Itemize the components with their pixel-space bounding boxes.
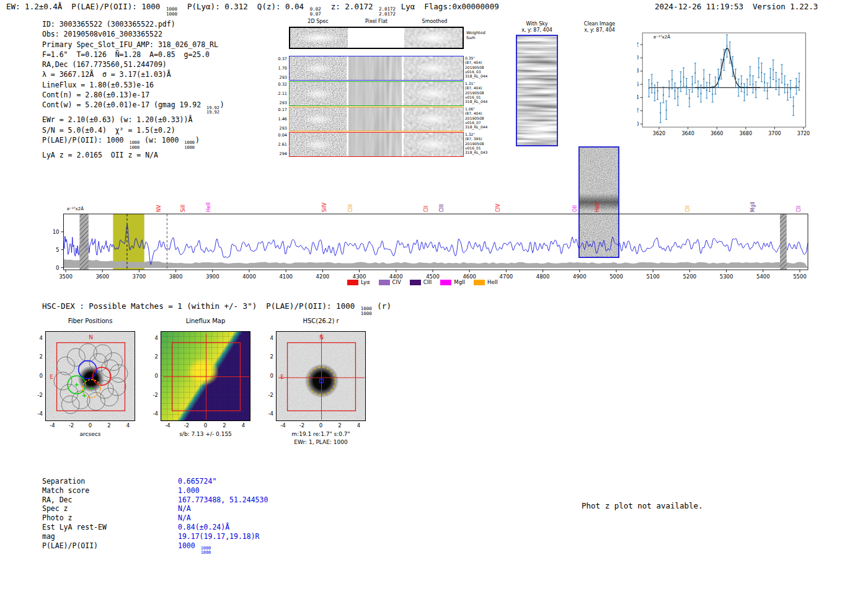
line-id-label: CIII (348, 204, 353, 212)
x-tick-label: 0 (84, 422, 97, 429)
emission-blob (302, 88, 334, 100)
legend-item: CIII (410, 279, 432, 285)
axis-label: s/b: 7.13 +/- 0.155 (161, 431, 250, 437)
emission-blob (412, 87, 454, 101)
noise-image (348, 56, 402, 80)
clean-coords: x, y: 87, 404 (572, 27, 627, 33)
fiber-circle-highlight (79, 361, 97, 379)
tick-label: 3800 (169, 273, 183, 280)
tick-label: 5100 (646, 273, 660, 280)
row-stat: 293 (274, 75, 287, 80)
x-tick-label: 4 (353, 422, 365, 429)
fiber-smoothed-image (404, 107, 463, 131)
info-line: EWr = 2.10(±0.63) (w: 1.20(±0.33))Å (42, 115, 224, 125)
spectrum-line (63, 224, 808, 264)
plot-frame (63, 214, 808, 270)
tick-label: 4800 (536, 273, 550, 280)
match-label: Separation (42, 477, 178, 486)
tick-label: 4700 (500, 273, 513, 280)
fiber-image: NE (45, 331, 135, 421)
data-point (654, 92, 655, 94)
line-id-label: SiIV (322, 203, 327, 212)
y-tick-label: 0 (260, 373, 273, 379)
gaussian-fit (695, 48, 760, 88)
line-id-label: CIII (439, 204, 445, 212)
data-point (703, 78, 704, 79)
spec2d-row: 0.042.61294 1.32"(87, 395)20190508v016_0… (289, 132, 464, 157)
tick-label: 5000 (609, 273, 623, 280)
data-point (778, 86, 779, 87)
spec2d-row: 0.322.11293 1.31"(87, 404)20190508v016_0… (289, 81, 464, 106)
match-row: Est LyA rest-EW 0.84(±0.24)Å (42, 523, 268, 532)
legend-swatch (347, 280, 358, 285)
line-id-label: CII (685, 206, 691, 212)
weighted-flat-blank (350, 28, 402, 48)
match-label: Photo z (42, 513, 178, 523)
row-stat: 0.04 (274, 133, 287, 138)
y-tick-label: 2 (145, 353, 158, 360)
y-tick-label: 0 (30, 373, 43, 379)
x-tick-label: -2 (296, 422, 308, 429)
row-meta-line: v016_03 (465, 69, 496, 74)
cutout-fiber-positions: Fiber Positions NE arcsecs -4-4-2-200224… (25, 318, 156, 448)
data-point (799, 81, 800, 82)
data-point (773, 69, 774, 70)
row-meta-line: 0.35" (465, 56, 496, 60)
masked-band-hatch (780, 214, 787, 270)
info-line: LyA z = 2.0165 OII z = N/A (42, 150, 224, 160)
row-meta-line: v016_07 (465, 120, 496, 125)
data-point (717, 78, 719, 79)
emission-blob (294, 32, 343, 43)
info-line: λ = 3667.12Å σ = 3.17(±1.03)Å (42, 69, 224, 79)
tick-label: 4100 (279, 273, 293, 280)
lineflux-overlay (161, 332, 250, 420)
match-label: Match score (42, 486, 178, 495)
row-meta-line: 318_RL_044 (465, 99, 496, 104)
emission-blob (302, 139, 334, 151)
data-point (680, 81, 681, 82)
tick-label: 3660 (711, 131, 723, 136)
line-id-label: HeII (206, 202, 211, 212)
legend-swatch (474, 280, 485, 285)
col-header-smoothed: Smoothed (405, 19, 464, 24)
y-tick-label: 2 (260, 353, 273, 360)
tick-label: 3500 (59, 273, 73, 280)
row-stat: 2.11 (274, 91, 287, 96)
withsky-coords: x, y: 87, 404 (510, 27, 564, 33)
emission-blob (302, 113, 334, 125)
fiber-circle-highlight (93, 367, 111, 385)
fiber-pixelflat-image (348, 133, 402, 156)
fiber-smoothed-image (404, 82, 463, 105)
line-fit-svg: 362036403660368037003720024681012 (637, 30, 810, 140)
info-line: Cont(w) = 5.20(±0.01)e-17 (gmag 19.92 19… (42, 100, 224, 115)
row-meta-line: 1.32" (465, 132, 496, 136)
match-value: 0.665724" (178, 477, 216, 486)
line-id-label: SiII (180, 205, 186, 212)
tick-label: 3640 (681, 131, 694, 136)
emission-blob (412, 138, 454, 152)
tick-label: 0 (56, 265, 59, 271)
tick-label: 5400 (756, 273, 770, 280)
weighted-sum-label: Weighted Sum (466, 31, 485, 40)
row-meta-line: 20190508 (465, 141, 496, 146)
data-point (666, 109, 667, 110)
fraction-stack: 2.01722.0172 (379, 7, 396, 17)
fraction-stack: 19.9219.92 (206, 106, 219, 115)
tick-label: 3700 (768, 131, 781, 136)
match-value: N/A (178, 504, 191, 513)
x-tick-label: 2 (334, 422, 346, 429)
x-tick-label: -2 (180, 422, 193, 429)
data-point (738, 87, 739, 88)
tick-label: 10 (637, 55, 639, 61)
fiber-circle (108, 378, 126, 396)
compass-east: E (280, 374, 284, 380)
tick-label: 5 (56, 247, 59, 253)
row-meta-line: v016_01 (465, 146, 496, 150)
legend-label: CIII (423, 279, 432, 285)
fiber-pixelflat-image (348, 82, 402, 105)
data-point (660, 112, 661, 113)
row-meta-line: 318_RL_044 (465, 74, 496, 78)
row-stat: 293 (274, 126, 287, 131)
weighted-label-line: Sum (466, 36, 485, 41)
row-meta-line: (87, 395) (465, 136, 496, 141)
